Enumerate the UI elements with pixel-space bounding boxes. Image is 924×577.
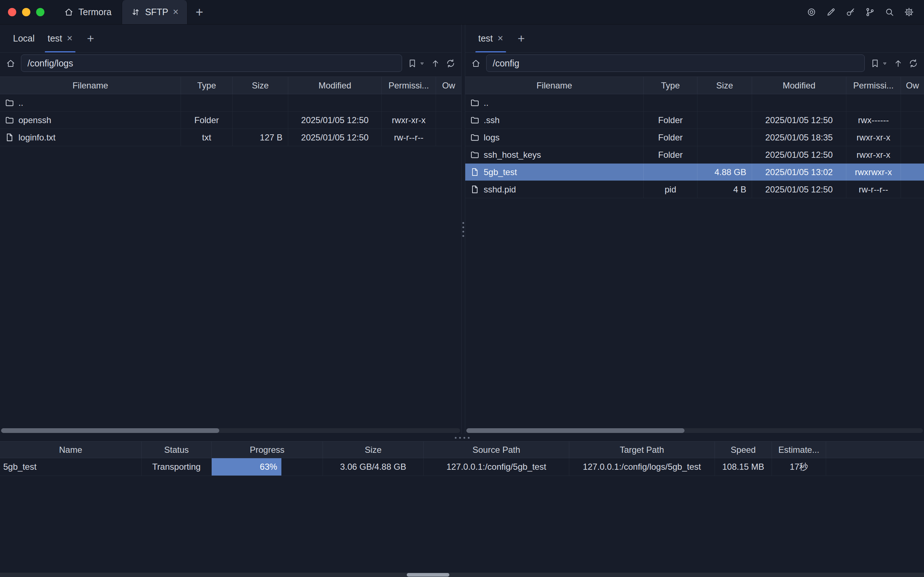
- sftp-panels: Local test × + Filename T: [0, 24, 924, 434]
- zoom-window-button[interactable]: [36, 8, 44, 16]
- search-button[interactable]: [885, 7, 894, 17]
- column-header-source-path[interactable]: Source Path: [424, 442, 569, 458]
- column-header-filename[interactable]: Filename: [465, 77, 644, 94]
- modified-cell: 2025/01/05 13:02: [752, 164, 847, 181]
- column-header-type[interactable]: Type: [181, 77, 233, 94]
- column-header-type[interactable]: Type: [644, 77, 698, 94]
- column-header-progress[interactable]: Progress: [212, 442, 323, 458]
- column-header-speed[interactable]: Speed: [715, 442, 772, 458]
- transfer-speed-cell: 108.15 MB: [715, 458, 772, 475]
- panel-splitter[interactable]: [461, 24, 465, 434]
- record-button[interactable]: [806, 7, 816, 17]
- right-home-button[interactable]: [471, 58, 481, 68]
- column-header-modified[interactable]: Modified: [288, 77, 382, 94]
- column-header-estimate[interactable]: Estimate...: [772, 442, 826, 458]
- scrollbar-thumb[interactable]: [407, 573, 449, 577]
- column-header-name[interactable]: Name: [0, 442, 142, 458]
- minimize-window-button[interactable]: [22, 8, 31, 16]
- close-tab-icon[interactable]: ×: [67, 34, 73, 44]
- right-parent-directory-button[interactable]: [893, 58, 903, 68]
- left-home-button[interactable]: [6, 58, 16, 68]
- left-refresh-button[interactable]: [446, 58, 455, 68]
- right-new-tab-button[interactable]: +: [514, 24, 529, 52]
- file-row-parent[interactable]: ..: [465, 94, 924, 111]
- file-row-logs[interactable]: logs Folder 2025/01/05 18:35 rwxr-xr-x: [465, 129, 924, 146]
- left-horizontal-scrollbar[interactable]: [1, 428, 460, 433]
- arrow-up-icon: [893, 58, 903, 68]
- app-home-tab[interactable]: Termora: [54, 0, 122, 24]
- left-parent-directory-button[interactable]: [431, 58, 440, 68]
- scrollbar-thumb[interactable]: [1, 428, 219, 433]
- column-header-owner[interactable]: Ow: [901, 77, 924, 94]
- close-window-button[interactable]: [8, 8, 16, 16]
- permissions-cell: [847, 94, 901, 111]
- splitter-handle-icon: [455, 437, 469, 439]
- left-path-input[interactable]: [21, 55, 402, 72]
- edit-button[interactable]: [826, 7, 836, 17]
- right-file-list: .. .ssh Folder 2025/01/05 12:50 rwx-----…: [465, 94, 924, 434]
- transfer-row-5gb-test[interactable]: 5gb_test Transporting 63% 3.06 GB/4.88 G…: [0, 458, 924, 476]
- new-window-tab-button[interactable]: +: [187, 0, 211, 24]
- file-row-loginfo[interactable]: loginfo.txt txt 127 B 2025/01/05 12:50 r…: [0, 129, 461, 146]
- modified-cell: [288, 94, 382, 111]
- right-path-bar: [465, 53, 924, 77]
- transfer-splitter[interactable]: [0, 434, 924, 441]
- column-header-size[interactable]: Size: [323, 442, 424, 458]
- close-tab-icon[interactable]: ×: [173, 7, 179, 17]
- tab-sftp[interactable]: SFTP ×: [122, 0, 188, 24]
- right-bookmarks-button[interactable]: [870, 58, 888, 68]
- column-header-target-path[interactable]: Target Path: [569, 442, 715, 458]
- bottom-horizontal-scrollbar[interactable]: [0, 573, 924, 577]
- left-bookmarks-button[interactable]: [408, 58, 425, 68]
- tab-local[interactable]: Local: [10, 24, 38, 52]
- file-icon: [470, 184, 480, 194]
- left-new-tab-button[interactable]: +: [84, 24, 98, 52]
- type-cell: pid: [644, 181, 698, 198]
- right-refresh-button[interactable]: [908, 58, 918, 68]
- column-header-modified[interactable]: Modified: [752, 77, 847, 94]
- file-row-ssh-host-keys[interactable]: ssh_host_keys Folder 2025/01/05 12:50 rw…: [465, 146, 924, 164]
- filename: ..: [484, 98, 489, 108]
- size-cell: [698, 146, 752, 163]
- file-row-sshd-pid[interactable]: sshd.pid pid 4 B 2025/01/05 12:50 rw-r--…: [465, 181, 924, 198]
- settings-button[interactable]: [904, 7, 914, 17]
- column-header-permissions[interactable]: Permissi...: [382, 77, 436, 94]
- file-row-ssh[interactable]: .ssh Folder 2025/01/05 12:50 rwx------: [465, 111, 924, 129]
- column-header-owner[interactable]: Ow: [436, 77, 461, 94]
- column-header-size[interactable]: Size: [698, 77, 752, 94]
- transfer-empty-area: [0, 476, 924, 577]
- transfer-progress-cell: 63%: [212, 458, 323, 475]
- scrollbar-thumb[interactable]: [466, 428, 685, 433]
- termora-window: Termora SFTP × + Local test: [0, 0, 924, 577]
- file-row-parent[interactable]: ..: [0, 94, 461, 111]
- permissions-cell: rwx------: [847, 111, 901, 129]
- type-cell: Folder: [644, 111, 698, 129]
- file-icon: [5, 132, 15, 142]
- filename: sshd.pid: [484, 184, 516, 195]
- transfer-status-cell: Transporting: [142, 458, 212, 475]
- right-horizontal-scrollbar[interactable]: [466, 428, 923, 433]
- right-path-input[interactable]: [486, 55, 865, 72]
- keys-button[interactable]: [846, 7, 855, 17]
- column-header-filename[interactable]: Filename: [0, 77, 181, 94]
- tab-test-right[interactable]: test ×: [475, 24, 507, 52]
- column-header-permissions[interactable]: Permissi...: [847, 77, 901, 94]
- column-header-size[interactable]: Size: [233, 77, 288, 94]
- column-header-status[interactable]: Status: [142, 442, 212, 458]
- permissions-cell: [382, 94, 436, 111]
- record-icon: [806, 7, 816, 17]
- close-tab-icon[interactable]: ×: [497, 34, 503, 44]
- traffic-lights: [0, 0, 54, 24]
- branch-button[interactable]: [865, 7, 875, 17]
- folder-icon: [5, 98, 15, 108]
- modified-cell: 2025/01/05 12:50: [752, 111, 847, 129]
- tab-test-left[interactable]: test ×: [44, 24, 76, 52]
- file-row-openssh[interactable]: openssh Folder 2025/01/05 12:50 rwxr-xr-…: [0, 111, 461, 129]
- left-file-list: .. openssh Folder 2025/01/05 12:50 rwxr-…: [0, 94, 461, 434]
- file-row-5gb-test-selected[interactable]: 5gb_test 4.88 GB 2025/01/05 13:02 rwxrwx…: [465, 164, 924, 181]
- size-cell: [698, 129, 752, 146]
- filename: openssh: [18, 115, 51, 125]
- type-cell: Folder: [644, 146, 698, 163]
- transfer-filler-cell: [826, 458, 924, 475]
- titlebar-actions: [806, 0, 924, 24]
